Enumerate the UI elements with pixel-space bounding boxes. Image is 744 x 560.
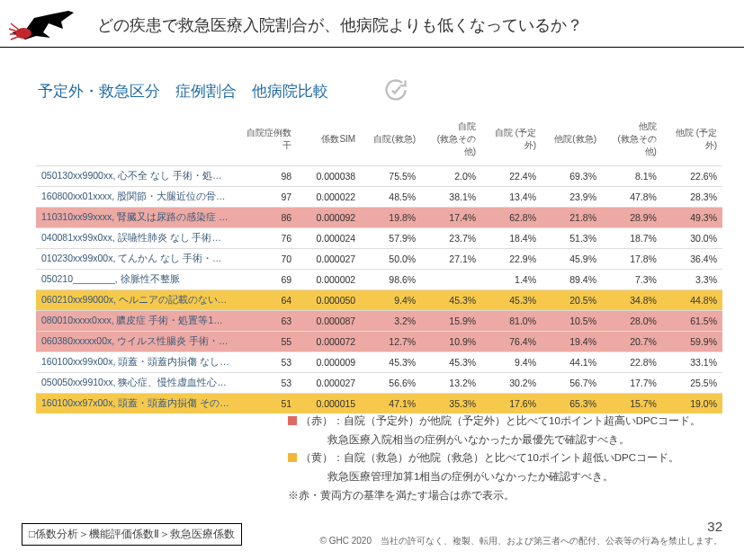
col-header: 係数SIM bbox=[297, 117, 361, 166]
cell: 0.000002 bbox=[297, 270, 361, 290]
breadcrumb: □係数分析＞機能評価係数Ⅱ＞救急医療係数 bbox=[22, 523, 242, 546]
subtitle: 予定外・救急区分 症例割合 他病院比較 bbox=[38, 81, 328, 102]
row-label: 050050xx9910xx, 狭心症、慢性虚血性心疾患 なし.. bbox=[36, 373, 235, 394]
cell: 15.7% bbox=[602, 394, 662, 414]
cell: 47.8% bbox=[602, 187, 662, 208]
cell: 81.0% bbox=[481, 311, 542, 332]
cell: 22.9% bbox=[481, 249, 542, 270]
col-header: 自院症例数 干 bbox=[235, 117, 297, 166]
cell: 17.6% bbox=[481, 394, 542, 414]
cell: 0.000009 bbox=[297, 352, 361, 373]
cell: 22.4% bbox=[481, 166, 542, 187]
cell: 0.000022 bbox=[297, 187, 361, 208]
cell: 9.4% bbox=[361, 290, 421, 311]
cell: 76 bbox=[235, 228, 297, 249]
cell: 10.5% bbox=[542, 311, 602, 332]
cell: 17.7% bbox=[602, 373, 662, 394]
cell: 98 bbox=[235, 166, 297, 187]
legend-red-2: 救急医療入院相当の症例がいなかったか最優先で確認すべき。 bbox=[327, 434, 630, 445]
row-label: 010230xx99x00x, てんかん なし 手術・処置等2な.. bbox=[36, 249, 235, 270]
page-title: どの疾患で救急医療入院割合が、他病院よりも低くなっているか？ bbox=[97, 14, 583, 36]
cell: 64 bbox=[235, 290, 297, 311]
table-row: 160100xx99x00x, 頭蓋・頭蓋内損傷 なし 手術・..530.000… bbox=[36, 352, 722, 373]
cell: 34.8% bbox=[602, 290, 662, 311]
legend-yel-1: （黄）：自院（救急）が他院（救急）と比べて10ポイント超低いDPCコード。 bbox=[300, 452, 679, 463]
cell: 76.4% bbox=[481, 332, 542, 352]
cell: 45.3% bbox=[481, 290, 542, 311]
cell: 97 bbox=[235, 187, 297, 208]
cell: 0.000087 bbox=[297, 311, 361, 332]
cell: 28.0% bbox=[602, 311, 662, 332]
cell: 30.2% bbox=[481, 373, 542, 394]
cell: 48.5% bbox=[361, 187, 421, 208]
cell: 3.3% bbox=[662, 270, 722, 290]
cell: 3.2% bbox=[361, 311, 421, 332]
table-row: 050210________, 徐脈性不整脈690.00000298.6%1.4… bbox=[36, 270, 722, 290]
cell: 75.5% bbox=[361, 166, 421, 187]
cell: 35.3% bbox=[421, 394, 481, 414]
cell: 18.7% bbox=[602, 228, 662, 249]
legend-yel-2: 救急医療管理加算1相当の症例がいなかったか確認すべき。 bbox=[327, 471, 614, 482]
cell: 28.3% bbox=[662, 187, 722, 208]
row-label: 160100xx99x00x, 頭蓋・頭蓋内損傷 なし 手術・.. bbox=[36, 352, 235, 373]
cell: 23.9% bbox=[542, 187, 602, 208]
cell: 8.1% bbox=[602, 166, 662, 187]
legend-red-1: （赤）：自院（予定外）が他院（予定外）と比べて10ポイント超高いDPCコード。 bbox=[300, 415, 701, 426]
cell: 38.1% bbox=[421, 187, 481, 208]
cell: 17.4% bbox=[421, 208, 481, 228]
row-label: 060210xx99000x, ヘルニアの記載のない腸閉塞.. bbox=[36, 290, 235, 311]
row-label: 080010xxxx0xxx, 膿皮症 手術・処置等1なし bbox=[36, 311, 235, 332]
cell: 13.2% bbox=[421, 373, 481, 394]
table-row: 110310xx99xxxx, 腎臓又は尿路の感染症 なし860.0000921… bbox=[36, 208, 722, 228]
cell: 55 bbox=[235, 332, 297, 352]
col-header bbox=[36, 117, 235, 166]
row-label: 160100xx97x00x, 頭蓋・頭蓋内損傷 その他の手術.. bbox=[36, 394, 235, 414]
table-row: 060210xx99000x, ヘルニアの記載のない腸閉塞..640.00005… bbox=[36, 290, 722, 311]
cell: 20.7% bbox=[602, 332, 662, 352]
cell: 63 bbox=[235, 311, 297, 332]
comparison-table: 自院症例数 干係数SIM自院(救急)自院 (救急その他)自院 (予定外)他院(救… bbox=[36, 117, 722, 413]
cell: 0.000024 bbox=[297, 228, 361, 249]
cell: 69 bbox=[235, 270, 297, 290]
copyright: © GHC 2020 当社の許可なく、複製、転用、および第三者への配付、公表等の… bbox=[320, 536, 722, 546]
row-label: 060380xxxxx00x, ウイルス性腸炎 手術・処置等2.. bbox=[36, 332, 235, 352]
cell: 53 bbox=[235, 352, 297, 373]
cell: 86 bbox=[235, 208, 297, 228]
col-header: 他院 (予定外) bbox=[662, 117, 722, 166]
col-header: 他院(救急) bbox=[542, 117, 602, 166]
cell: 19.0% bbox=[662, 394, 722, 414]
cell: 20.5% bbox=[542, 290, 602, 311]
cell: 25.5% bbox=[662, 373, 722, 394]
page-number: 32 bbox=[320, 519, 722, 534]
cell: 21.8% bbox=[542, 208, 602, 228]
cell: 1.4% bbox=[481, 270, 542, 290]
legend-note: ※赤・黄両方の基準を満たす場合は赤で表示。 bbox=[288, 486, 701, 505]
cell: 30.0% bbox=[662, 228, 722, 249]
cell: 57.9% bbox=[361, 228, 421, 249]
cell: 22.6% bbox=[662, 166, 722, 187]
cell: 12.7% bbox=[361, 332, 421, 352]
table-row: 060380xxxxx00x, ウイルス性腸炎 手術・処置等2..550.000… bbox=[36, 332, 722, 352]
header-divider bbox=[0, 47, 744, 48]
cell: 15.9% bbox=[421, 311, 481, 332]
cell: 13.4% bbox=[481, 187, 542, 208]
cell: 53 bbox=[235, 373, 297, 394]
row-label: 110310xx99xxxx, 腎臓又は尿路の感染症 なし bbox=[36, 208, 235, 228]
col-header: 他院 (救急その他) bbox=[602, 117, 662, 166]
cell: 0.000072 bbox=[297, 332, 361, 352]
cell: 0.000092 bbox=[297, 208, 361, 228]
table-row: 050050xx9910xx, 狭心症、慢性虚血性心疾患 なし..530.000… bbox=[36, 373, 722, 394]
cell: 59.9% bbox=[662, 332, 722, 352]
cell: 10.9% bbox=[421, 332, 481, 352]
cell: 65.3% bbox=[542, 394, 602, 414]
table-row: 010230xx99x00x, てんかん なし 手術・処置等2な..700.00… bbox=[36, 249, 722, 270]
cell: 22.8% bbox=[602, 352, 662, 373]
col-header: 自院 (救急その他) bbox=[421, 117, 481, 166]
table-row: 050130xx9900xx, 心不全 なし 手術・処置等1なし..980.00… bbox=[36, 166, 722, 187]
cell: 45.9% bbox=[542, 249, 602, 270]
table-row: 040081xx99x0xx, 誤嚥性肺炎 なし 手術・処置等2..760.00… bbox=[36, 228, 722, 249]
cell: 45.3% bbox=[361, 352, 421, 373]
table-row: 160100xx97x00x, 頭蓋・頭蓋内損傷 その他の手術..510.000… bbox=[36, 394, 722, 414]
cell: 36.4% bbox=[662, 249, 722, 270]
cell: 0.000027 bbox=[297, 249, 361, 270]
